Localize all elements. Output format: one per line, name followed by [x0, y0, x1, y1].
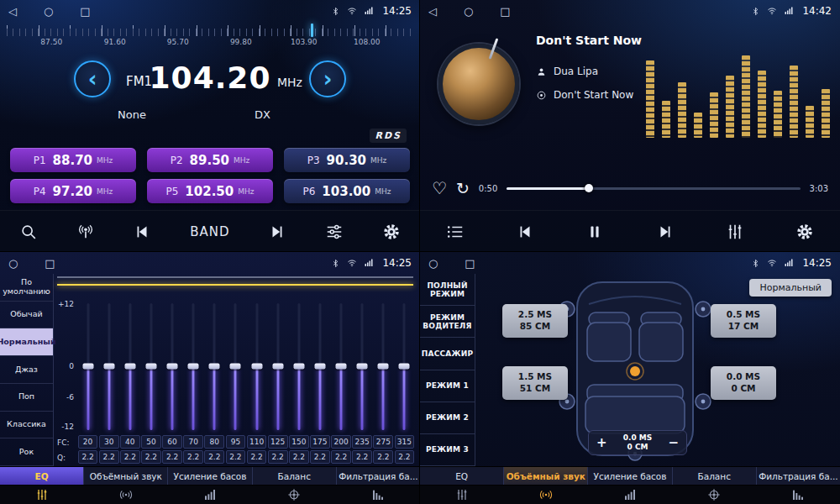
eq-band-slider[interactable]	[183, 290, 204, 433]
eq-band-slider[interactable]	[373, 290, 394, 433]
preset-button[interactable]: P2 89.50 MHz	[147, 148, 273, 172]
tune-sliders-button[interactable]	[325, 223, 344, 241]
eq-band-slider[interactable]	[204, 290, 225, 433]
seek-up-button[interactable]: ›	[309, 60, 346, 97]
playlist-button[interactable]	[446, 223, 465, 241]
equalizer-button[interactable]	[726, 223, 744, 241]
slider-knob[interactable]	[314, 363, 325, 369]
recents-icon[interactable]: □	[500, 6, 510, 17]
preset-button[interactable]: P4 97.20 MHz	[10, 179, 136, 203]
surround-tab-icon[interactable]	[84, 486, 168, 504]
slider-knob[interactable]	[399, 363, 410, 369]
recents-icon[interactable]: □	[465, 258, 475, 269]
eq-preset-item[interactable]: Обычай	[0, 302, 53, 329]
slider-knob[interactable]	[378, 363, 389, 369]
eq-band-slider[interactable]	[246, 290, 267, 433]
surround-tab-icon[interactable]	[504, 486, 588, 504]
repeat-button[interactable]: ↻	[456, 179, 470, 197]
scan-button[interactable]	[19, 223, 38, 241]
recents-icon[interactable]: □	[45, 258, 55, 269]
eq-preset-item[interactable]: Классика	[0, 412, 53, 439]
decrease-delay-button[interactable]: −	[668, 437, 679, 449]
rear-right-delay-button[interactable]: 0.0 MS 0 CM	[711, 366, 776, 400]
front-left-delay-button[interactable]: 2.5 MS 85 CM	[502, 304, 568, 338]
slider-knob[interactable]	[124, 363, 135, 369]
slider-knob[interactable]	[167, 363, 178, 369]
front-right-delay-button[interactable]: 0.5 MS 17 CM	[711, 304, 776, 338]
audio-tab[interactable]: Фильтрация ба...	[336, 467, 420, 485]
eq-band-slider[interactable]	[140, 290, 161, 433]
slider-knob[interactable]	[272, 363, 283, 369]
eq-preset-item[interactable]: По умолчанию	[0, 274, 53, 302]
slider-knob[interactable]	[230, 363, 241, 369]
home-icon[interactable]: ○	[8, 258, 18, 269]
settings-gear-button[interactable]	[382, 223, 401, 241]
audio-tab[interactable]: Баланс	[252, 467, 336, 485]
next-track-button[interactable]	[656, 223, 675, 241]
slider-knob[interactable]	[103, 363, 114, 369]
slider-knob[interactable]	[145, 363, 156, 369]
slider-knob[interactable]	[293, 363, 304, 369]
preset-button[interactable]: P1 88.70 MHz	[10, 148, 136, 172]
sound-profile-button[interactable]: Нормальный	[749, 279, 832, 297]
seek-bar[interactable]	[507, 187, 800, 190]
recents-icon[interactable]: □	[80, 6, 90, 17]
band-button[interactable]: BAND	[190, 224, 229, 239]
eq-band-slider[interactable]	[98, 290, 119, 433]
audio-tab[interactable]: Усиление басов	[167, 467, 251, 485]
audio-tab[interactable]: EQ	[0, 467, 83, 485]
preset-button[interactable]: P5 102.50 MHz	[147, 179, 273, 203]
home-icon[interactable]: ○	[464, 6, 473, 17]
audio-tab[interactable]: Объёмный звук	[83, 467, 167, 485]
eq-band-slider[interactable]	[288, 290, 309, 433]
frequency-ruler[interactable]: 87.5091.60 95.7099.80 103.90108.00	[0, 24, 420, 54]
audio-tab[interactable]: Объёмный звук	[503, 467, 587, 485]
preset-button[interactable]: P6 103.00 MHz	[284, 179, 410, 203]
audio-tab[interactable]: Фильтрация ба...	[756, 467, 840, 485]
bass-boost-tab-icon[interactable]	[168, 486, 252, 504]
back-icon[interactable]: ◁	[8, 6, 17, 17]
bass-boost-tab-icon[interactable]	[588, 486, 672, 504]
listening-mode-item[interactable]: РЕЖИМ ВОДИТЕЛЯ	[420, 306, 475, 338]
home-icon[interactable]: ○	[44, 6, 53, 17]
eq-band-slider[interactable]	[119, 290, 140, 433]
rear-left-delay-button[interactable]: 1.5 MS 51 CM	[502, 366, 568, 400]
eq-band-slider[interactable]	[309, 290, 330, 433]
eq-preset-item[interactable]: Рок	[0, 438, 53, 466]
settings-gear-button[interactable]	[795, 223, 814, 241]
broadcast-button[interactable]	[76, 223, 95, 241]
favorite-heart-button[interactable]: ♡	[432, 178, 447, 198]
eq-band-slider[interactable]	[77, 290, 98, 433]
eq-band-slider[interactable]	[225, 290, 246, 433]
audio-tab[interactable]: Усиление басов	[587, 467, 671, 485]
home-icon[interactable]: ○	[428, 258, 438, 269]
pause-button[interactable]	[585, 223, 604, 241]
slider-knob[interactable]	[336, 363, 347, 369]
slider-knob[interactable]	[209, 363, 220, 369]
back-icon[interactable]: ◁	[428, 6, 437, 17]
eq-band-slider[interactable]	[267, 290, 288, 433]
eq-preset-item[interactable]: Нормальный	[0, 328, 53, 356]
listening-mode-item[interactable]: РЕЖИМ 3	[420, 434, 475, 466]
audio-tab[interactable]: EQ	[420, 467, 503, 485]
listening-mode-item[interactable]: ПАССАЖИР	[420, 338, 475, 370]
eq-band-slider[interactable]	[352, 290, 373, 433]
balance-tab-icon[interactable]	[252, 486, 336, 504]
eq-band-slider[interactable]	[162, 290, 183, 433]
slider-knob[interactable]	[82, 363, 93, 369]
audio-tab[interactable]: Баланс	[672, 467, 756, 485]
balance-tab-icon[interactable]	[672, 486, 756, 504]
eq-band-slider[interactable]	[394, 290, 415, 433]
previous-track-button[interactable]	[516, 223, 534, 241]
previous-station-button[interactable]	[133, 223, 151, 241]
slider-knob[interactable]	[357, 363, 368, 369]
slider-knob[interactable]	[188, 363, 199, 369]
eq-tab-icon[interactable]	[0, 486, 84, 504]
seek-bar-knob[interactable]	[585, 184, 593, 192]
seek-down-button[interactable]: ‹	[74, 60, 111, 97]
filter-tab-icon[interactable]	[336, 486, 420, 504]
increase-delay-button[interactable]: +	[596, 437, 607, 449]
preset-button[interactable]: P3 90.30 MHz	[284, 148, 410, 172]
eq-tab-icon[interactable]	[420, 486, 504, 504]
next-station-button[interactable]	[268, 223, 286, 241]
